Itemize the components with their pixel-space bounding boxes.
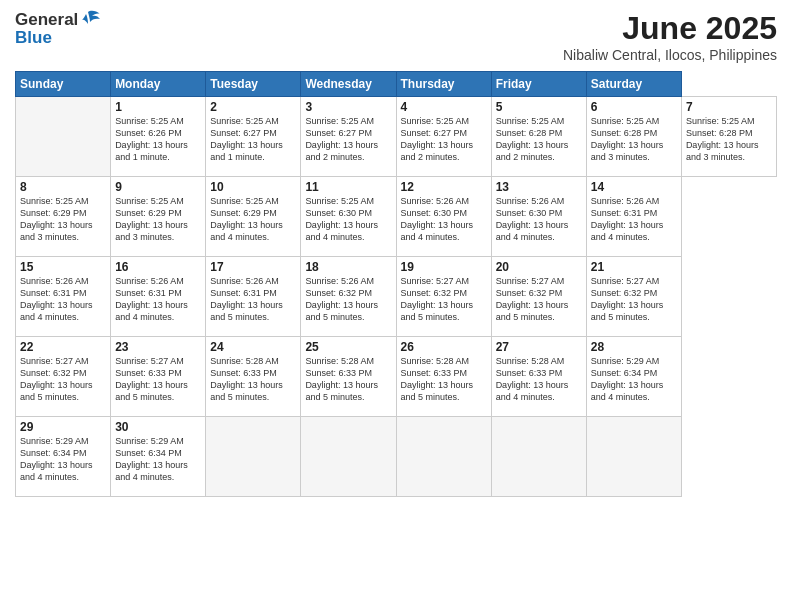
day-number: 6 [591,100,677,114]
empty-cell [491,417,586,497]
table-row: 3Sunrise: 5:25 AMSunset: 6:27 PMDaylight… [301,97,396,177]
cell-info: Sunrise: 5:26 AMSunset: 6:31 PMDaylight:… [210,275,296,324]
table-row: 4Sunrise: 5:25 AMSunset: 6:27 PMDaylight… [396,97,491,177]
day-number: 21 [591,260,677,274]
empty-cell [301,417,396,497]
table-row: 23Sunrise: 5:27 AMSunset: 6:33 PMDayligh… [111,337,206,417]
day-number: 30 [115,420,201,434]
day-number: 3 [305,100,391,114]
day-number: 10 [210,180,296,194]
table-row: 13Sunrise: 5:26 AMSunset: 6:30 PMDayligh… [491,177,586,257]
day-number: 29 [20,420,106,434]
day-number: 1 [115,100,201,114]
day-number: 23 [115,340,201,354]
table-row: 8Sunrise: 5:25 AMSunset: 6:29 PMDaylight… [16,177,111,257]
day-number: 13 [496,180,582,194]
table-row: 19Sunrise: 5:27 AMSunset: 6:32 PMDayligh… [396,257,491,337]
day-number: 19 [401,260,487,274]
cell-info: Sunrise: 5:29 AMSunset: 6:34 PMDaylight:… [20,435,106,484]
day-number: 7 [686,100,772,114]
logo-bird-icon [80,10,102,30]
col-sunday: Sunday [16,72,111,97]
day-number: 14 [591,180,677,194]
table-row: 22Sunrise: 5:27 AMSunset: 6:32 PMDayligh… [16,337,111,417]
cell-info: Sunrise: 5:26 AMSunset: 6:32 PMDaylight:… [305,275,391,324]
cell-info: Sunrise: 5:25 AMSunset: 6:28 PMDaylight:… [496,115,582,164]
day-number: 15 [20,260,106,274]
cell-info: Sunrise: 5:26 AMSunset: 6:31 PMDaylight:… [20,275,106,324]
day-number: 26 [401,340,487,354]
cell-info: Sunrise: 5:25 AMSunset: 6:28 PMDaylight:… [686,115,772,164]
table-row: 28Sunrise: 5:29 AMSunset: 6:34 PMDayligh… [586,337,681,417]
cell-info: Sunrise: 5:29 AMSunset: 6:34 PMDaylight:… [591,355,677,404]
logo-text: General Blue [15,10,102,48]
calendar-table: Sunday Monday Tuesday Wednesday Thursday… [15,71,777,497]
cell-info: Sunrise: 5:26 AMSunset: 6:31 PMDaylight:… [115,275,201,324]
table-row: 20Sunrise: 5:27 AMSunset: 6:32 PMDayligh… [491,257,586,337]
day-number: 16 [115,260,201,274]
table-row: 12Sunrise: 5:26 AMSunset: 6:30 PMDayligh… [396,177,491,257]
cell-info: Sunrise: 5:28 AMSunset: 6:33 PMDaylight:… [210,355,296,404]
col-friday: Friday [491,72,586,97]
table-row: 15Sunrise: 5:26 AMSunset: 6:31 PMDayligh… [16,257,111,337]
table-row: 10Sunrise: 5:25 AMSunset: 6:29 PMDayligh… [206,177,301,257]
calendar-week-row: 29Sunrise: 5:29 AMSunset: 6:34 PMDayligh… [16,417,777,497]
month-title: June 2025 [563,10,777,47]
day-number: 8 [20,180,106,194]
calendar-week-row: 22Sunrise: 5:27 AMSunset: 6:32 PMDayligh… [16,337,777,417]
day-number: 25 [305,340,391,354]
day-number: 28 [591,340,677,354]
cell-info: Sunrise: 5:27 AMSunset: 6:32 PMDaylight:… [496,275,582,324]
table-row: 21Sunrise: 5:27 AMSunset: 6:32 PMDayligh… [586,257,681,337]
table-row: 27Sunrise: 5:28 AMSunset: 6:33 PMDayligh… [491,337,586,417]
day-number: 9 [115,180,201,194]
day-number: 22 [20,340,106,354]
cell-info: Sunrise: 5:25 AMSunset: 6:27 PMDaylight:… [210,115,296,164]
table-row: 14Sunrise: 5:26 AMSunset: 6:31 PMDayligh… [586,177,681,257]
day-number: 12 [401,180,487,194]
day-number: 17 [210,260,296,274]
cell-info: Sunrise: 5:27 AMSunset: 6:32 PMDaylight:… [20,355,106,404]
header: General Blue June 2025 Nibaliw Central, … [15,10,777,63]
calendar-header-row: Sunday Monday Tuesday Wednesday Thursday… [16,72,777,97]
empty-cell [586,417,681,497]
table-row: 1Sunrise: 5:25 AMSunset: 6:26 PMDaylight… [111,97,206,177]
cell-info: Sunrise: 5:28 AMSunset: 6:33 PMDaylight:… [305,355,391,404]
cell-info: Sunrise: 5:26 AMSunset: 6:30 PMDaylight:… [496,195,582,244]
cell-info: Sunrise: 5:26 AMSunset: 6:30 PMDaylight:… [401,195,487,244]
calendar-week-row: 1Sunrise: 5:25 AMSunset: 6:26 PMDaylight… [16,97,777,177]
table-row: 26Sunrise: 5:28 AMSunset: 6:33 PMDayligh… [396,337,491,417]
empty-cell [396,417,491,497]
col-monday: Monday [111,72,206,97]
calendar-week-row: 15Sunrise: 5:26 AMSunset: 6:31 PMDayligh… [16,257,777,337]
table-row: 7Sunrise: 5:25 AMSunset: 6:28 PMDaylight… [681,97,776,177]
col-saturday: Saturday [586,72,681,97]
title-area: June 2025 Nibaliw Central, Ilocos, Phili… [563,10,777,63]
table-row: 9Sunrise: 5:25 AMSunset: 6:29 PMDaylight… [111,177,206,257]
day-number: 2 [210,100,296,114]
col-wednesday: Wednesday [301,72,396,97]
location-title: Nibaliw Central, Ilocos, Philippines [563,47,777,63]
empty-cell [16,97,111,177]
cell-info: Sunrise: 5:27 AMSunset: 6:32 PMDaylight:… [401,275,487,324]
day-number: 18 [305,260,391,274]
table-row: 11Sunrise: 5:25 AMSunset: 6:30 PMDayligh… [301,177,396,257]
cell-info: Sunrise: 5:25 AMSunset: 6:30 PMDaylight:… [305,195,391,244]
table-row: 25Sunrise: 5:28 AMSunset: 6:33 PMDayligh… [301,337,396,417]
logo: General Blue [15,10,102,48]
calendar-week-row: 8Sunrise: 5:25 AMSunset: 6:29 PMDaylight… [16,177,777,257]
table-row: 5Sunrise: 5:25 AMSunset: 6:28 PMDaylight… [491,97,586,177]
table-row: 2Sunrise: 5:25 AMSunset: 6:27 PMDaylight… [206,97,301,177]
cell-info: Sunrise: 5:29 AMSunset: 6:34 PMDaylight:… [115,435,201,484]
cell-info: Sunrise: 5:27 AMSunset: 6:32 PMDaylight:… [591,275,677,324]
table-row: 17Sunrise: 5:26 AMSunset: 6:31 PMDayligh… [206,257,301,337]
day-number: 4 [401,100,487,114]
page-container: General Blue June 2025 Nibaliw Central, … [0,0,792,612]
logo-blue: Blue [15,28,102,48]
cell-info: Sunrise: 5:25 AMSunset: 6:29 PMDaylight:… [20,195,106,244]
col-tuesday: Tuesday [206,72,301,97]
cell-info: Sunrise: 5:25 AMSunset: 6:27 PMDaylight:… [305,115,391,164]
cell-info: Sunrise: 5:25 AMSunset: 6:26 PMDaylight:… [115,115,201,164]
cell-info: Sunrise: 5:25 AMSunset: 6:27 PMDaylight:… [401,115,487,164]
day-number: 5 [496,100,582,114]
